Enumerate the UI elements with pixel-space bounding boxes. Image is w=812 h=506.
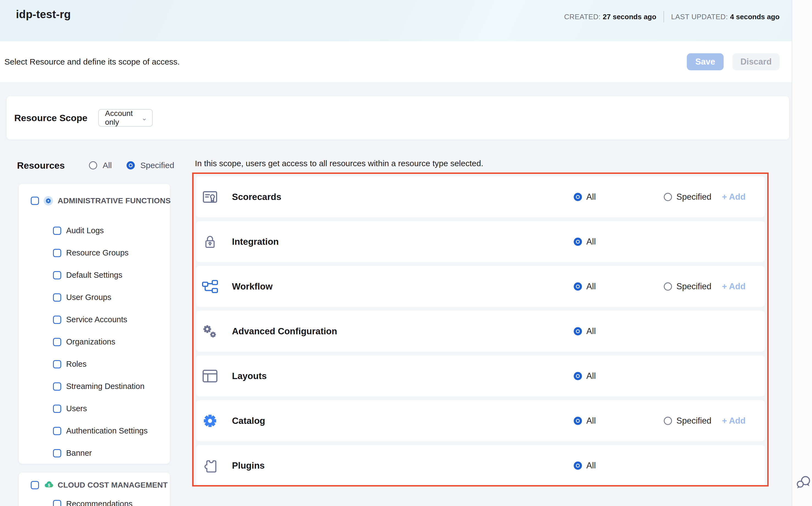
item-checkbox[interactable] — [53, 316, 61, 324]
group-items: Audit LogsResource GroupsDefault Setting… — [31, 220, 170, 464]
item-checkbox[interactable] — [53, 227, 61, 235]
discard-button[interactable]: Discard — [732, 53, 780, 70]
row-specified-option[interactable]: Specified — [664, 192, 712, 202]
resource-tree-item: Streaming Destination — [31, 375, 170, 398]
layouts-icon — [201, 367, 219, 385]
resource-tree-item: Audit Logs — [31, 220, 170, 242]
resource-type-name: Plugins — [232, 460, 265, 471]
resources-radio-group: All Specified — [89, 161, 174, 170]
catalog-icon — [201, 412, 219, 430]
radio-selected-icon[interactable] — [574, 238, 582, 246]
resource-scope-card: Resource Scope Account only ⌄ — [6, 96, 790, 140]
radio-unselected-icon[interactable] — [664, 417, 672, 425]
item-checkbox[interactable] — [53, 449, 61, 457]
item-label: Default Settings — [66, 271, 122, 280]
resources-all-label: All — [103, 161, 112, 170]
updated-label: LAST UPDATED: — [671, 13, 728, 21]
resource-type-name: Workflow — [232, 281, 273, 292]
row-all-label: All — [586, 192, 596, 202]
resource-tree-item: Roles — [31, 353, 170, 375]
toolbar: Select Resource and define its scope of … — [0, 41, 792, 83]
group-name: CLOUD COST MANAGEMENT — [58, 481, 168, 490]
row-all-option[interactable]: All — [574, 371, 596, 381]
add-link[interactable]: + Add — [722, 416, 745, 426]
item-checkbox[interactable] — [53, 249, 61, 257]
row-all-option[interactable]: All — [574, 237, 596, 247]
row-specified-option[interactable]: Specified — [664, 416, 712, 426]
cloud-cost-card: $CLOUD COST MANAGEMENTRecommendations — [18, 472, 170, 506]
save-button[interactable]: Save — [687, 53, 724, 70]
resource-rows-annotation-box: ScorecardsAllSpecified+ Add IntegrationA… — [192, 172, 769, 487]
resource-scope-select[interactable]: Account only ⌄ — [98, 109, 153, 126]
chevron-down-icon: ⌄ — [141, 114, 147, 122]
row-all-option[interactable]: All — [574, 326, 596, 336]
add-link[interactable]: + Add — [722, 281, 745, 291]
resources-specified-label: Specified — [140, 161, 174, 170]
item-checkbox[interactable] — [53, 293, 61, 302]
item-label: Roles — [66, 359, 87, 369]
resources-header: Resources All Specified — [17, 158, 174, 173]
resource-tree-item: Authentication Settings — [31, 420, 170, 442]
radio-selected-icon[interactable] — [126, 161, 135, 169]
content-area: Resource Scope Account only ⌄ Resources … — [0, 83, 792, 506]
resource-tree-item: Banner — [31, 442, 170, 464]
page-title: idp-test-rg — [16, 8, 71, 21]
resource-type-row: ScorecardsAllSpecified+ Add — [196, 176, 765, 217]
integration-lock-icon — [201, 233, 219, 251]
row-all-label: All — [586, 326, 596, 336]
radio-unselected-icon[interactable] — [664, 193, 672, 201]
help-chat-icon[interactable] — [796, 475, 811, 490]
radio-selected-icon[interactable] — [574, 372, 582, 380]
item-checkbox[interactable] — [53, 427, 61, 435]
resource-type-row: WorkflowAllSpecified+ Add — [196, 266, 765, 307]
resource-type-name: Layouts — [232, 371, 267, 381]
radio-selected-icon[interactable] — [574, 193, 582, 201]
resource-tree-item: User Groups — [31, 286, 170, 309]
item-checkbox[interactable] — [53, 383, 61, 391]
resource-tree-item: Recommendations — [31, 493, 170, 506]
admin-functions-icon — [44, 196, 53, 205]
resource-type-row: PluginsAll — [196, 445, 765, 486]
row-all-label: All — [586, 461, 596, 471]
row-all-option[interactable]: All — [574, 192, 596, 202]
radio-selected-icon[interactable] — [574, 282, 582, 290]
group-checkbox[interactable] — [31, 481, 39, 489]
group-header: ADMINISTRATIVE FUNCTIONS — [31, 193, 170, 208]
workflow-icon — [201, 278, 219, 295]
item-label: User Groups — [66, 293, 111, 302]
scope-description: In this scope, users get access to all r… — [195, 159, 483, 168]
radio-selected-icon[interactable] — [574, 327, 582, 335]
row-all-option[interactable]: All — [574, 461, 596, 471]
radio-unselected-icon[interactable] — [89, 161, 97, 169]
meta-divider — [664, 11, 664, 22]
item-checkbox[interactable] — [53, 360, 61, 368]
last-updated-at: LAST UPDATED:4 seconds ago — [671, 13, 780, 21]
item-checkbox[interactable] — [53, 405, 61, 413]
item-checkbox[interactable] — [53, 500, 61, 506]
radio-selected-icon[interactable] — [574, 417, 582, 425]
group-items: Recommendations — [31, 493, 170, 506]
item-label: Users — [66, 404, 87, 413]
advanced-configuration-icon — [201, 323, 219, 340]
resources-all-option[interactable]: All — [89, 161, 112, 170]
add-link[interactable]: + Add — [722, 192, 745, 202]
cloud-cost-icon: $ — [44, 481, 53, 490]
group-checkbox[interactable] — [31, 197, 39, 205]
row-all-option[interactable]: All — [574, 416, 596, 426]
resource-tree-item: Service Accounts — [31, 309, 170, 331]
item-label: Resource Groups — [66, 248, 128, 257]
item-label: Authentication Settings — [66, 426, 148, 435]
row-all-option[interactable]: All — [574, 281, 596, 291]
radio-selected-icon[interactable] — [574, 461, 582, 470]
row-specified-option[interactable]: Specified — [664, 281, 712, 291]
resources-specified-option[interactable]: Specified — [126, 161, 174, 170]
item-checkbox[interactable] — [53, 338, 61, 346]
admin-functions-card: ADMINISTRATIVE FUNCTIONSAudit LogsResour… — [18, 183, 170, 464]
resource-scope-label: Resource Scope — [14, 113, 87, 123]
radio-unselected-icon[interactable] — [664, 282, 672, 290]
item-checkbox[interactable] — [53, 271, 61, 279]
updated-value: 4 seconds ago — [730, 13, 780, 21]
resources-title: Resources — [17, 160, 65, 171]
resource-type-name: Integration — [232, 237, 279, 247]
page-header: idp-test-rg CREATED:27 seconds ago LAST … — [0, 0, 792, 41]
